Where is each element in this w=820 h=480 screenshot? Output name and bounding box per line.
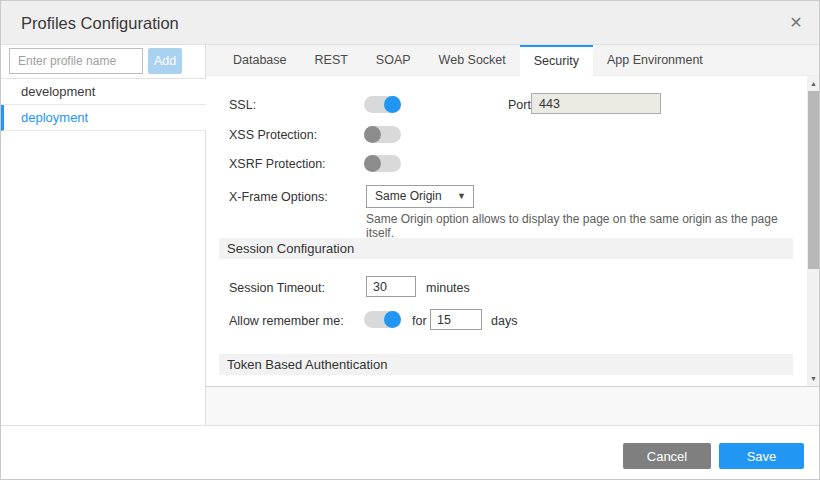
scroll-up-icon[interactable]: ▲ [807,77,820,90]
caret-down-icon: ▼ [457,186,466,207]
tab-database[interactable]: Database [219,45,301,76]
scroll-down-icon[interactable]: ▼ [807,372,820,385]
xframe-options-select[interactable]: Same Origin ▼ [366,185,474,208]
xframe-help-text: Same Origin option allows to display the… [366,212,807,240]
xsrf-protection-toggle[interactable] [364,155,401,172]
add-profile-button[interactable]: Add [148,48,182,74]
tab-bar: Database REST SOAP Web Socket Security A… [206,45,820,76]
profile-add-row: Add [1,45,206,79]
toggle-knob [364,126,381,143]
profiles-sidebar: Add development deployment [1,45,206,425]
session-configuration-section-header: Session Configuration [219,238,793,259]
remember-me-days-unit: days [491,314,517,328]
cancel-button[interactable]: Cancel [623,443,711,469]
xss-protection-label: XSS Protection: [229,128,317,142]
session-timeout-label: Session Timeout: [229,281,325,295]
allow-remember-me-toggle[interactable] [364,311,401,328]
tab-app-environment[interactable]: App Environment [593,45,717,76]
close-icon[interactable]: ✕ [781,1,811,45]
profile-list: development deployment [1,79,206,131]
tab-panel-footer-strip [206,386,820,425]
scrollbar-thumb[interactable] [808,91,819,269]
profiles-configuration-dialog: Profiles Configuration ✕ Add development… [0,0,820,480]
profile-name-input[interactable] [9,48,143,74]
security-tab-panel: SSL: Port: XSS Protection: XSRF Protecti… [206,76,807,386]
dialog-footer: Cancel Save [1,425,820,480]
remember-me-for-label: for [412,314,427,328]
session-timeout-unit: minutes [426,281,470,295]
xframe-options-label: X-Frame Options: [229,190,328,204]
token-based-authentication-section-header: Token Based Authentication [219,354,793,375]
allow-remember-me-label: Allow remember me: [229,314,344,328]
profile-item-development[interactable]: development [1,79,206,105]
toggle-knob [384,96,401,113]
port-input[interactable] [531,93,661,114]
tab-security[interactable]: Security [520,45,593,76]
remember-me-days-input[interactable] [430,309,482,330]
profile-item-deployment[interactable]: deployment [1,105,206,131]
dialog-header: Profiles Configuration ✕ [1,1,820,45]
ssl-label: SSL: [229,98,256,112]
toggle-knob [384,311,401,328]
toggle-knob [364,155,381,172]
xframe-options-value: Same Origin [375,189,442,203]
save-button[interactable]: Save [719,443,804,469]
tab-web-socket[interactable]: Web Socket [425,45,520,76]
xss-protection-toggle[interactable] [364,126,401,143]
tab-rest[interactable]: REST [301,45,362,76]
session-timeout-input[interactable] [366,276,416,297]
tab-soap[interactable]: SOAP [362,45,425,76]
vertical-scrollbar[interactable]: ▲ ▼ [807,76,820,386]
ssl-toggle[interactable] [364,96,401,113]
xsrf-protection-label: XSRF Protection: [229,157,326,171]
dialog-title: Profiles Configuration [21,1,179,45]
